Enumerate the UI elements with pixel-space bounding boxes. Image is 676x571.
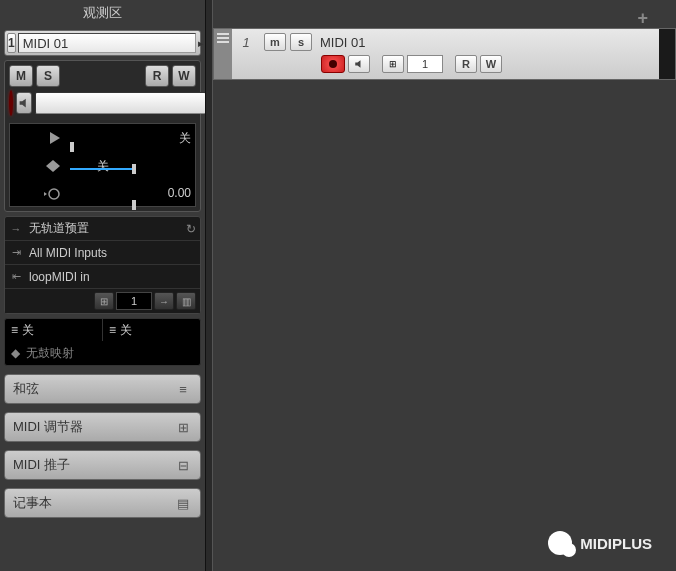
lane-clip-area[interactable] <box>659 29 675 79</box>
read-automation-button[interactable]: R <box>145 65 169 87</box>
bank-button[interactable]: ⊞ <box>94 292 114 310</box>
track-name-input[interactable] <box>18 33 196 53</box>
watermark: MIDIPLUS <box>548 531 652 555</box>
list-icon: ≡ <box>11 323 18 337</box>
midi-output-selector[interactable]: ⇤ loopMIDI in <box>5 265 200 289</box>
mute-button[interactable]: M <box>9 65 33 87</box>
program-panel: ≡ 关 ≡ 关 ◆ 无鼓映射 <box>4 318 201 366</box>
input-label: All MIDI Inputs <box>29 246 107 260</box>
solo-button[interactable]: S <box>36 65 60 87</box>
track-preset-button[interactable]: → 无轨道预置 ↻ <box>5 217 200 241</box>
meter-area: 关 关 0.00 <box>9 123 196 207</box>
pan-icon <box>46 160 60 172</box>
routing-panel: → 无轨道预置 ↻ ⇥ All MIDI Inputs ⇤ loopMIDI i… <box>4 216 201 314</box>
channel-value[interactable]: 1 <box>116 292 152 310</box>
drum-map-label: 无鼓映射 <box>26 345 74 362</box>
chord-section-icon: ≡ <box>174 380 192 398</box>
midi-modifier-section-button[interactable]: MIDI 调节器 ⊞ <box>4 412 201 442</box>
program-selector[interactable]: ≡ 关 <box>5 319 103 341</box>
add-track-button[interactable]: + <box>637 8 648 29</box>
bank-value: 关 <box>120 322 132 339</box>
lane-track-number: 1 <box>232 29 260 79</box>
write-automation-button[interactable]: W <box>172 65 196 87</box>
watermark-text: MIDIPLUS <box>580 535 652 552</box>
edit-instrument-button[interactable]: ▥ <box>176 292 196 310</box>
delay-slider[interactable]: 0.00 <box>10 180 195 208</box>
track-lane[interactable]: 1 m s MIDI 01 ⊞ 1 R W <box>213 28 676 80</box>
delay-icon <box>44 187 60 201</box>
chord-section-button[interactable]: 和弦 ≡ <box>4 374 201 404</box>
volume-slider[interactable]: 关 <box>10 124 195 152</box>
drum-map-icon: ◆ <box>11 346 20 360</box>
input-arrow-icon: ⇥ <box>9 246 23 259</box>
watermark-icon <box>548 531 572 555</box>
notepad-icon: ▤ <box>174 494 192 512</box>
track-rename-input[interactable] <box>35 92 206 114</box>
preset-reload-icon[interactable]: ↻ <box>186 222 196 236</box>
midi-fader-section-button[interactable]: MIDI 推子 ⊟ <box>4 450 201 480</box>
chord-label: 和弦 <box>13 380 39 398</box>
grid-icon: ⊞ <box>174 418 192 436</box>
output-arrow-icon: ⇤ <box>9 270 23 283</box>
track-control-panel: M S R W 关 关 <box>4 60 201 212</box>
preset-label: 无轨道预置 <box>29 220 89 237</box>
bank-selector[interactable]: ≡ 关 <box>103 319 200 341</box>
volume-value: 关 <box>179 130 191 147</box>
record-enable-button[interactable] <box>9 90 13 116</box>
track-menu-arrow-icon[interactable]: ▸ <box>198 33 204 53</box>
lane-read-button[interactable]: R <box>455 55 477 73</box>
inspector-title: 观测区 <box>4 0 201 30</box>
program-value: 关 <box>22 322 34 339</box>
preset-arrow-icon: → <box>9 223 23 235</box>
midi-input-selector[interactable]: ⇥ All MIDI Inputs <box>5 241 200 265</box>
output-label: loopMIDI in <box>29 270 90 284</box>
pan-value: 关 <box>97 158 109 175</box>
volume-icon <box>50 132 60 144</box>
track-header: 1 ▸ e <box>4 30 201 56</box>
monitor-button[interactable] <box>16 92 32 114</box>
lane-track-name[interactable]: MIDI 01 <box>320 35 366 50</box>
fader-icon: ⊟ <box>174 456 192 474</box>
track-number: 1 <box>7 33 16 53</box>
pan-slider[interactable]: 关 <box>10 152 195 180</box>
notepad-section-button[interactable]: 记事本 ▤ <box>4 488 201 518</box>
channel-row: ⊞ 1 → ▥ <box>5 289 200 313</box>
lane-channel-value[interactable]: 1 <box>407 55 443 73</box>
notepad-label: 记事本 <box>13 494 52 512</box>
delay-value: 0.00 <box>168 186 191 200</box>
list-icon: ≡ <box>109 323 116 337</box>
divider-handle[interactable] <box>205 0 213 571</box>
lane-solo-button[interactable]: s <box>290 33 312 51</box>
arrange-area: + 1 m s MIDI 01 ⊞ 1 R W <box>213 0 676 571</box>
lane-handle[interactable] <box>214 29 232 79</box>
midi-modifier-label: MIDI 调节器 <box>13 418 83 436</box>
lane-record-button[interactable] <box>321 55 345 73</box>
lane-write-button[interactable]: W <box>480 55 502 73</box>
drum-map-selector[interactable]: ◆ 无鼓映射 <box>5 341 200 365</box>
channel-forward-button[interactable]: → <box>154 292 174 310</box>
lane-bank-button[interactable]: ⊞ <box>382 55 404 73</box>
lane-monitor-button[interactable] <box>348 55 370 73</box>
lane-mute-button[interactable]: m <box>264 33 286 51</box>
midi-fader-label: MIDI 推子 <box>13 456 70 474</box>
svg-point-0 <box>49 189 59 199</box>
